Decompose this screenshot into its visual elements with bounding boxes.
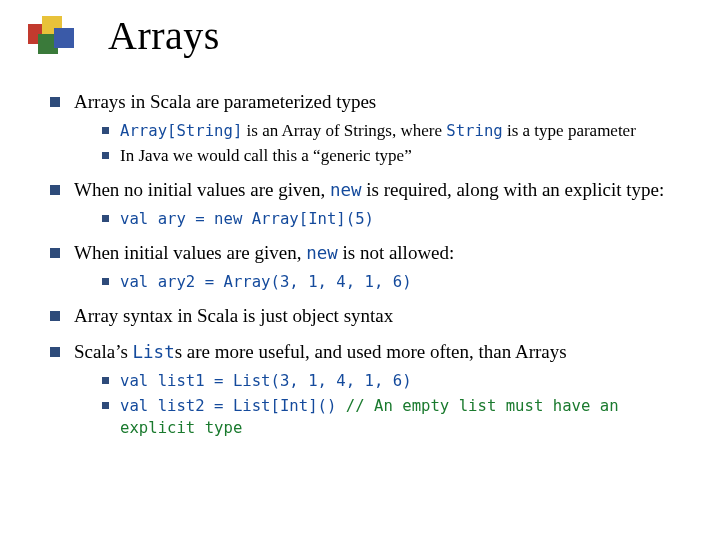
svg-rect-3 xyxy=(54,28,74,48)
sub-bullet: val list2 = List[Int]() // An empty list… xyxy=(102,395,700,438)
sub-bullet: Array[String] is an Array of Strings, wh… xyxy=(102,120,700,141)
sub-bullet: val list1 = List(3, 1, 4, 1, 6) xyxy=(102,370,700,391)
sub-bullet: In Java we would call this a “generic ty… xyxy=(102,145,700,166)
slide-body: Arrays in Scala are parameterized types … xyxy=(50,90,700,450)
slide: Arrays Arrays in Scala are parameterized… xyxy=(0,0,720,540)
sub-bullet: val ary = new Array[Int](5) xyxy=(102,208,700,229)
sub-bullet: val ary2 = Array(3, 1, 4, 1, 6) xyxy=(102,271,700,292)
bullet-with-initial: When initial values are given, new is no… xyxy=(50,241,700,292)
logo-icon xyxy=(28,16,84,64)
bullet-no-initial: When no initial values are given, new is… xyxy=(50,178,700,229)
bullet-object-syntax: Array syntax in Scala is just object syn… xyxy=(50,304,700,328)
slide-title: Arrays xyxy=(108,12,220,59)
bullet-parameterized: Arrays in Scala are parameterized types … xyxy=(50,90,700,166)
bullet-lists: Scala’s Lists are more useful, and used … xyxy=(50,340,700,438)
